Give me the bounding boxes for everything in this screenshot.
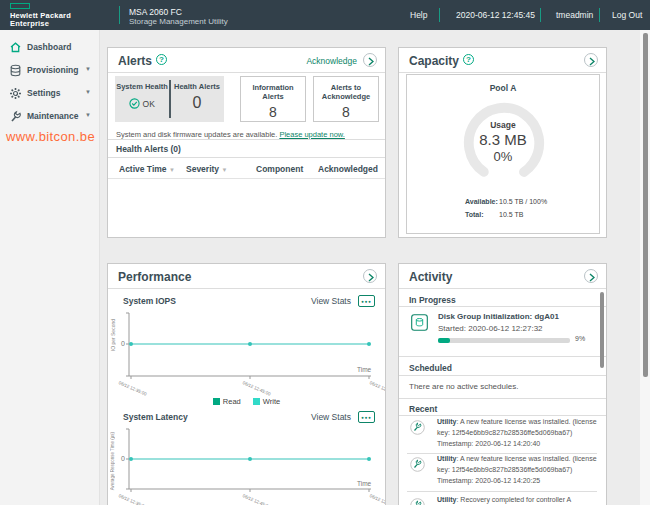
performance-title: Performance bbox=[118, 270, 191, 284]
column-header-severity[interactable]: Severity ▼ bbox=[186, 164, 227, 174]
chevron-down-icon: ▼ bbox=[85, 66, 91, 72]
scheduled-label: Scheduled bbox=[409, 363, 452, 373]
sidebar-item-label: Dashboard bbox=[27, 42, 71, 52]
database-icon bbox=[9, 64, 22, 77]
total-label: Total: bbox=[465, 211, 484, 218]
stat-label: System Health bbox=[115, 76, 169, 91]
column-header-active-time[interactable]: Active Time ▼ bbox=[119, 164, 175, 174]
sidebar-item-label: Settings bbox=[27, 88, 61, 98]
sidebar-item-provisioning[interactable]: Provisioning ▼ bbox=[0, 61, 100, 81]
help-link[interactable]: Help bbox=[410, 10, 427, 20]
help-circle-icon[interactable]: ? bbox=[156, 54, 167, 65]
logout-link[interactable]: Log Out bbox=[612, 10, 642, 20]
latency-xtick-3: 06/12 12:55:00 bbox=[369, 493, 386, 505]
acknowledge-link[interactable]: Acknowledge bbox=[306, 56, 357, 66]
scheduled-empty-text: There are no active schedules. bbox=[409, 382, 518, 391]
sidebar-item-maintenance[interactable]: Maintenance ▼ bbox=[0, 107, 100, 127]
latency-view-stats[interactable]: View Stats bbox=[311, 412, 351, 422]
stat-label: Alerts to Acknowledge bbox=[314, 77, 378, 101]
page-scrollbar-thumb[interactable] bbox=[643, 33, 648, 377]
task-progress-percent: 9% bbox=[575, 335, 585, 342]
capacity-expand-button[interactable] bbox=[584, 53, 598, 67]
gear-icon bbox=[9, 87, 22, 100]
activity-panel: Activity In Progress Disk Group Initiali… bbox=[398, 263, 607, 505]
chart-legend: Read Write bbox=[108, 397, 385, 406]
alerts-panel-header: Alerts ? Acknowledge bbox=[108, 48, 385, 73]
alerts-to-acknowledge-stat[interactable]: Alerts to Acknowledge 8 bbox=[313, 76, 379, 122]
activity-scrollbar-thumb[interactable] bbox=[600, 292, 604, 368]
write-legend-label: Write bbox=[263, 397, 280, 406]
nav-divider bbox=[540, 8, 541, 22]
wrench-circle-icon bbox=[410, 457, 425, 472]
read-legend-label: Read bbox=[223, 397, 241, 406]
wrench-icon bbox=[9, 110, 22, 123]
available-label: Available: bbox=[465, 198, 498, 205]
recent-item-line1: Utility: Recovery completed for controll… bbox=[437, 496, 571, 503]
task-progress-fill bbox=[438, 338, 450, 343]
hpe-logo-icon bbox=[10, 3, 30, 9]
recent-item-timestamp: Timestamp: 2020-06-12 14:20:25 bbox=[437, 477, 540, 484]
wrench-circle-icon bbox=[410, 498, 425, 505]
read-legend-swatch bbox=[213, 398, 220, 405]
sort-icon: ▼ bbox=[221, 167, 227, 173]
column-header-acknowledged[interactable]: Acknowledged bbox=[318, 164, 378, 174]
information-alerts-stat[interactable]: Information Alerts 8 bbox=[240, 76, 306, 122]
nav-divider bbox=[599, 8, 600, 22]
divider bbox=[399, 398, 606, 399]
capacity-title: Capacity bbox=[409, 54, 459, 68]
alerts-expand-button[interactable] bbox=[363, 53, 377, 67]
write-legend-swatch bbox=[253, 398, 260, 405]
divider bbox=[399, 415, 606, 416]
column-header-component[interactable]: Component bbox=[256, 164, 303, 174]
stat-value: 8 bbox=[241, 104, 305, 120]
performance-expand-button[interactable] bbox=[363, 269, 377, 283]
iops-xtick-2: 06/12 12:45:00 bbox=[242, 380, 271, 397]
watermark-text: www.bitcon.be bbox=[6, 129, 95, 144]
total-value: 10.5 TB bbox=[499, 211, 523, 218]
divider bbox=[108, 178, 385, 179]
alerts-title: Alerts bbox=[118, 54, 152, 68]
latency-zero-tick: 0 bbox=[121, 455, 125, 462]
latency-chart bbox=[124, 424, 374, 494]
user-menu[interactable]: tmeadmin bbox=[556, 10, 593, 20]
latency-menu-button[interactable]: ●●● bbox=[358, 411, 375, 423]
usage-value: 8.3 MB bbox=[407, 131, 599, 148]
sidebar-item-label: Maintenance bbox=[27, 111, 79, 121]
iops-chart bbox=[124, 306, 374, 381]
latency-time-label: Time bbox=[357, 480, 371, 487]
activity-expand-button[interactable] bbox=[584, 269, 598, 283]
disk-group-icon[interactable] bbox=[411, 314, 428, 331]
home-icon bbox=[9, 41, 22, 54]
wrench-circle-icon bbox=[410, 420, 425, 435]
stat-label: Information Alerts bbox=[241, 77, 305, 101]
latency-xtick-1: 06/12 12:35:00 bbox=[118, 493, 147, 505]
sidebar-item-label: Provisioning bbox=[27, 65, 78, 75]
stat-value: 0 bbox=[170, 94, 224, 112]
in-progress-label: In Progress bbox=[409, 295, 456, 305]
pool-name: Pool A bbox=[407, 83, 599, 93]
performance-panel-header: Performance bbox=[108, 264, 385, 289]
firmware-notice: System and disk firmware updates are ava… bbox=[116, 130, 345, 139]
stat-label: Health Alerts bbox=[170, 76, 224, 91]
help-circle-icon[interactable]: ? bbox=[463, 54, 474, 65]
capacity-panel: Capacity ? Pool A Usage 8.3 MB 0% Availa… bbox=[398, 47, 607, 238]
health-alerts-table-title: Health Alerts (0) bbox=[116, 144, 181, 154]
iops-xtick-3: 06/12 12:55:00 bbox=[369, 380, 386, 397]
iops-time-label: Time bbox=[357, 366, 371, 373]
divider bbox=[399, 306, 606, 307]
brand-line2: Enterprise bbox=[10, 19, 49, 28]
pool-capacity-card: Pool A Usage 8.3 MB 0% Available: 10.5 T… bbox=[406, 74, 600, 234]
sidebar-item-settings[interactable]: Settings ▼ bbox=[0, 84, 100, 104]
divider bbox=[399, 375, 606, 376]
stat-value: OK bbox=[143, 99, 155, 109]
system-health-stat: System Health OK bbox=[115, 76, 169, 122]
firmware-update-link[interactable]: Please update now. bbox=[279, 130, 344, 139]
divider bbox=[407, 453, 597, 454]
sidebar-item-dashboard[interactable]: Dashboard bbox=[0, 38, 100, 58]
recent-item-line2: key: 12f54e6bb9c827b28536ffe5d069ba67) bbox=[437, 429, 572, 436]
usage-percent: 0% bbox=[407, 149, 599, 164]
stat-value: 8 bbox=[314, 104, 378, 120]
iops-view-stats[interactable]: View Stats bbox=[311, 296, 351, 306]
iops-xtick-1: 06/12 12:35:00 bbox=[118, 380, 147, 397]
recent-item-timestamp: Timestamp: 2020-06-12 14:20:40 bbox=[437, 440, 540, 447]
